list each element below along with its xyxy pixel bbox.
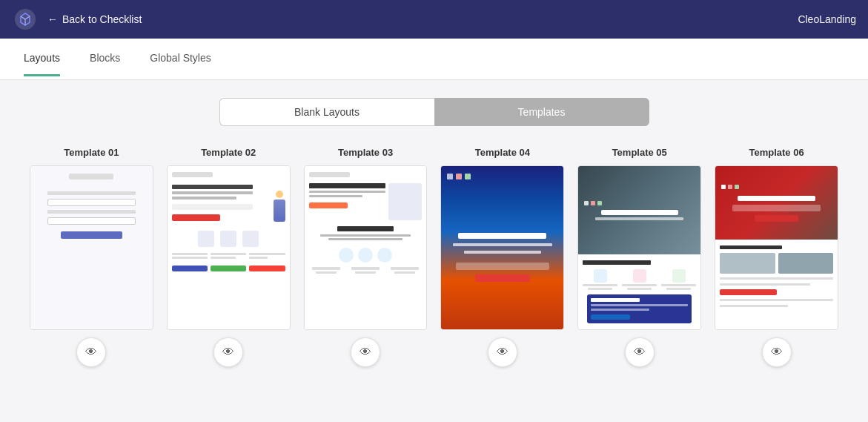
template-06-label: Template 06 xyxy=(749,147,804,158)
t03-sub2 xyxy=(309,195,363,197)
main-content: Blank Layouts Templates Template 01 xyxy=(0,80,868,397)
t03-sub-col2 xyxy=(348,267,383,274)
t05-ficon1 xyxy=(594,269,607,283)
t06-cta xyxy=(755,215,799,222)
t02-icon3 xyxy=(242,231,259,247)
t04-ico2 xyxy=(456,174,462,179)
eye-icon-t05: 👁 xyxy=(634,346,646,359)
t02-line5 xyxy=(249,253,285,255)
t02-btn2 xyxy=(211,266,246,271)
t02-icons xyxy=(172,231,285,247)
t06-section-heading xyxy=(720,245,782,249)
t03-left xyxy=(309,183,386,220)
t06-dot3 xyxy=(735,185,739,189)
t06-hero xyxy=(715,166,838,240)
t03-sub-col1 xyxy=(309,267,344,274)
t04-sub2 xyxy=(464,251,541,254)
t05-fline4 xyxy=(627,288,652,290)
t05-feature2 xyxy=(622,269,657,290)
t02-btn3 xyxy=(249,266,285,271)
blank-layouts-button[interactable]: Blank Layouts xyxy=(219,98,434,126)
t06-heading xyxy=(738,196,815,201)
t05-hero-heading xyxy=(601,210,678,215)
t03-sc1l1 xyxy=(312,267,340,270)
t01-input2 xyxy=(47,217,136,225)
t03-ico1 xyxy=(339,248,354,263)
t02-icon2 xyxy=(220,231,236,247)
t02-btn-row xyxy=(172,266,285,271)
t05-dark-sub1 xyxy=(591,304,688,306)
t04-input xyxy=(456,263,550,270)
template-03-preview-button[interactable]: 👁 xyxy=(351,337,380,367)
t05-fline1 xyxy=(583,284,617,286)
template-04-preview[interactable] xyxy=(440,165,564,330)
template-04-label: Template 04 xyxy=(475,147,530,158)
layout-toggle-group: Blank Layouts Templates xyxy=(30,98,838,126)
t02-line1 xyxy=(172,253,208,255)
template-02-preview[interactable] xyxy=(167,165,291,330)
t05-dots xyxy=(584,201,602,205)
t05-feature1 xyxy=(583,269,617,290)
template-06-preview[interactable] xyxy=(715,165,838,330)
template-03-preview[interactable] xyxy=(304,165,428,330)
t05-dark-heading xyxy=(591,298,639,302)
t02-figure xyxy=(256,185,285,222)
t02-text xyxy=(172,185,253,221)
t03-btn xyxy=(309,202,348,208)
t03-sc2l2 xyxy=(355,271,376,274)
t04-icons xyxy=(447,174,471,179)
eye-icon-t06: 👁 xyxy=(771,346,783,359)
t02-line6 xyxy=(249,257,267,259)
site-name: CleoLanding xyxy=(798,13,856,25)
back-to-checklist-button[interactable]: ← Back to Checklist xyxy=(47,13,142,25)
tab-layouts[interactable]: Layouts xyxy=(24,42,60,76)
t04-heading xyxy=(458,233,546,239)
template-06-preview-button[interactable]: 👁 xyxy=(762,337,792,367)
t02-col2 xyxy=(211,253,246,259)
t05-body xyxy=(578,254,700,329)
tabs-bar: Layouts Blocks Global Styles xyxy=(0,39,868,80)
t03-section-s1 xyxy=(320,234,411,237)
t03-section-s2 xyxy=(328,238,402,240)
templates-button[interactable]: Templates xyxy=(434,98,649,126)
eye-icon-t04: 👁 xyxy=(497,346,508,359)
template-01-preview[interactable] xyxy=(30,165,153,330)
t06-line1 xyxy=(720,277,833,280)
t03-ico3 xyxy=(377,248,392,263)
t06-img1 xyxy=(720,253,775,274)
template-05-preview-button[interactable]: 👁 xyxy=(625,337,655,367)
t05-hero-sub xyxy=(595,217,683,220)
t01-input1 xyxy=(47,199,136,206)
t02-col3 xyxy=(249,253,285,259)
t05-ficon3 xyxy=(672,269,686,283)
t02-sub2 xyxy=(172,197,236,200)
t05-dark-section xyxy=(587,294,692,323)
template-02-preview-button[interactable]: 👁 xyxy=(213,337,243,367)
t02-cta xyxy=(172,214,220,221)
t05-dot2 xyxy=(591,201,595,205)
t03-sc3l1 xyxy=(391,267,419,270)
t02-logo xyxy=(172,172,213,177)
tab-global-styles[interactable]: Global Styles xyxy=(150,42,211,76)
template-05-label: Template 05 xyxy=(612,147,667,158)
t05-dot3 xyxy=(597,201,602,205)
template-02-label: Template 02 xyxy=(201,147,256,158)
template-01-item: Template 01 👁 xyxy=(30,147,153,367)
t06-img2 xyxy=(778,253,833,274)
t01-label-line2 xyxy=(47,210,136,214)
eye-icon-t03: 👁 xyxy=(360,346,371,359)
t06-body xyxy=(715,240,838,313)
template-04-preview-button[interactable]: 👁 xyxy=(488,337,517,367)
t02-row xyxy=(172,253,285,259)
tab-blocks[interactable]: Blocks xyxy=(90,42,120,76)
t06-images xyxy=(720,253,833,274)
t05-dot1 xyxy=(584,201,589,205)
template-05-preview[interactable] xyxy=(577,165,701,330)
t04-btn xyxy=(475,274,530,282)
template-05-item: Template 05 xyxy=(577,147,701,367)
t06-line4 xyxy=(720,305,788,307)
template-03-item: Template 03 xyxy=(304,147,428,367)
t03-logo xyxy=(309,172,350,177)
t02-btn1 xyxy=(172,266,208,271)
template-01-preview-button[interactable]: 👁 xyxy=(76,337,106,367)
